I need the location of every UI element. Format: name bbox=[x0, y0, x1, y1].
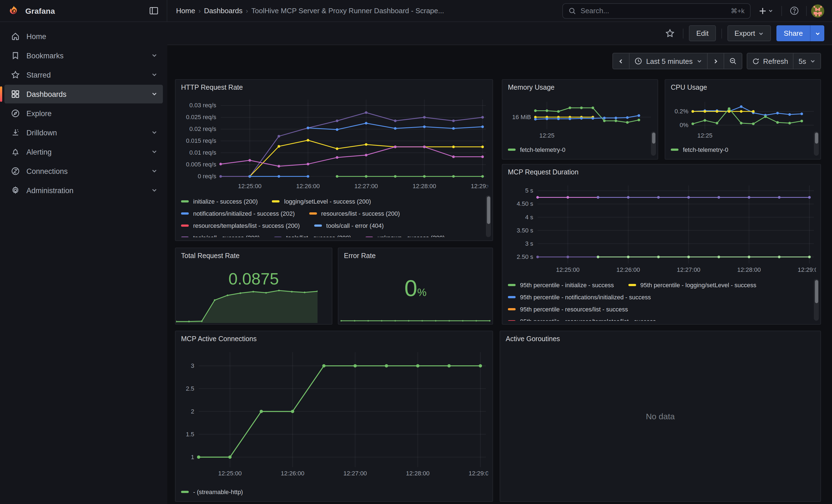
legend-item[interactable]: unknown - success (200) bbox=[365, 234, 445, 237]
legend-label: 95th percentile - resources/templates/li… bbox=[520, 318, 656, 321]
legend-label: resources/list - success (200) bbox=[321, 210, 400, 217]
sidebar-item-dashboards[interactable]: Dashboards bbox=[4, 85, 163, 103]
add-new-button[interactable] bbox=[755, 3, 777, 19]
sidebar-item-label: Administration bbox=[26, 186, 145, 194]
chevron-down-icon[interactable] bbox=[151, 70, 157, 80]
svg-text:12:28:00: 12:28:00 bbox=[737, 266, 761, 273]
time-shift-back-button[interactable] bbox=[613, 53, 629, 69]
chevron-down-icon[interactable] bbox=[151, 89, 157, 99]
svg-text:0.03 req/s: 0.03 req/s bbox=[189, 102, 216, 109]
legend-label: unknown - success (200) bbox=[378, 234, 445, 237]
legend-scrollbar-track bbox=[814, 132, 819, 156]
legend-item[interactable]: tools/call - success (200) bbox=[181, 234, 260, 237]
breadcrumb-home[interactable]: Home bbox=[176, 7, 195, 15]
time-range-picker[interactable]: Last 5 minutes bbox=[629, 53, 707, 69]
divider bbox=[781, 6, 782, 16]
legend-swatch bbox=[181, 200, 189, 203]
chevron-down-icon[interactable] bbox=[151, 128, 157, 137]
legend-item[interactable]: 95th percentile - resources/templates/li… bbox=[508, 318, 656, 321]
edit-button[interactable]: Edit bbox=[689, 25, 716, 41]
svg-text:2.5: 2.5 bbox=[186, 385, 194, 392]
refresh-button[interactable]: Refresh bbox=[747, 53, 794, 69]
svg-text:4.50 s: 4.50 s bbox=[517, 200, 533, 207]
legend-scrollbar-thumb[interactable] bbox=[652, 133, 655, 143]
legend-item[interactable]: resources/templates/list - success (200) bbox=[181, 222, 300, 229]
no-data-message: No data bbox=[500, 331, 821, 501]
main-area: Edit Export Share bbox=[167, 22, 832, 504]
panel-title[interactable]: Memory Usage bbox=[502, 80, 560, 91]
sidebar-item-label: Dashboards bbox=[26, 90, 145, 98]
sidebar-item-connections[interactable]: Connections bbox=[4, 162, 163, 181]
legend-item[interactable]: - (streamable-http) bbox=[181, 488, 243, 495]
legend-item[interactable]: 95th percentile - notifications/initiali… bbox=[508, 294, 651, 300]
legend-swatch bbox=[181, 212, 189, 215]
legend-swatch bbox=[181, 224, 189, 227]
panel-title[interactable]: MCP Active Connections bbox=[176, 331, 262, 343]
brand[interactable]: Grafana bbox=[8, 5, 146, 17]
sidebar-item-starred[interactable]: Starred bbox=[4, 65, 163, 84]
legend-scrollbar-track bbox=[486, 195, 491, 237]
stat-value: 0 bbox=[405, 277, 417, 300]
user-avatar[interactable] bbox=[811, 4, 824, 17]
time-shift-forward-button[interactable] bbox=[707, 53, 724, 69]
legend-swatch bbox=[365, 237, 373, 237]
search-box[interactable]: ⌘+k bbox=[562, 3, 751, 19]
legend-item[interactable]: 95th percentile - logging/setLevel - suc… bbox=[628, 282, 756, 288]
svg-text:12:27:00: 12:27:00 bbox=[354, 183, 378, 190]
chevron-down-icon[interactable] bbox=[151, 166, 157, 176]
sidebar-item-drilldown[interactable]: Drilldown bbox=[4, 123, 163, 142]
zoom-out-time-button[interactable] bbox=[724, 53, 742, 69]
export-button[interactable]: Export bbox=[727, 25, 771, 41]
legend-item[interactable]: logging/setLevel - success (200) bbox=[272, 198, 371, 205]
legend-item[interactable]: 95th percentile - resources/list - succe… bbox=[508, 306, 628, 313]
dashboards-grid-icon bbox=[11, 90, 20, 99]
legend-item[interactable]: fetch-telemetry-0 bbox=[671, 147, 728, 153]
chevron-down-icon[interactable] bbox=[151, 51, 157, 60]
sidebar-item-bookmarks[interactable]: Bookmarks bbox=[4, 46, 163, 65]
sidebar-item-explore[interactable]: Explore bbox=[4, 104, 163, 123]
share-menu-caret[interactable] bbox=[810, 25, 824, 41]
legend-label: fetch-telemetry-0 bbox=[683, 147, 728, 153]
panel-title[interactable]: HTTP Request Rate bbox=[176, 80, 249, 91]
legend-row: 95th percentile - initialize - success95… bbox=[508, 279, 812, 291]
legend-item[interactable]: notifications/initialized - success (202… bbox=[181, 210, 295, 217]
help-icon[interactable] bbox=[786, 3, 802, 19]
legend-item[interactable]: resources/list - success (200) bbox=[309, 210, 400, 217]
legend-label: 95th percentile - logging/setLevel - suc… bbox=[640, 282, 756, 288]
mcp-request-duration-chart: 5 s4.50 s4 s3.50 s3 s2.50 s12:25:0012:26… bbox=[507, 179, 816, 277]
legend-scrollbar-thumb[interactable] bbox=[815, 133, 818, 143]
panel-title[interactable]: CPU Usage bbox=[665, 80, 712, 91]
share-button[interactable]: Share bbox=[777, 25, 810, 41]
search-input[interactable] bbox=[580, 7, 726, 15]
legend-scrollbar-thumb[interactable] bbox=[487, 196, 490, 224]
legend-swatch bbox=[309, 212, 317, 215]
sidebar-item-administration[interactable]: Administration bbox=[4, 181, 163, 200]
legend-item[interactable]: fetch-telemetry-0 bbox=[508, 147, 565, 153]
svg-text:12:29:00: 12:29:00 bbox=[798, 266, 816, 273]
refresh-icon bbox=[752, 57, 759, 65]
sidebar-item-alerting[interactable]: Alerting bbox=[4, 142, 163, 161]
star-dashboard-button[interactable] bbox=[662, 26, 678, 41]
breadcrumb-dashboards[interactable]: Dashboards bbox=[204, 7, 242, 15]
cpu-usage-chart: 0.2%0%12:25 bbox=[670, 94, 816, 141]
svg-text:12:28:00: 12:28:00 bbox=[406, 470, 430, 477]
svg-text:0.025 req/s: 0.025 req/s bbox=[186, 114, 216, 121]
chevron-down-icon[interactable] bbox=[151, 185, 157, 195]
dock-menu-toggle-icon[interactable] bbox=[146, 3, 161, 19]
legend-item[interactable]: tools/call - error (404) bbox=[314, 222, 384, 229]
svg-text:16 MiB: 16 MiB bbox=[512, 114, 531, 121]
legend-scrollbar-thumb[interactable] bbox=[815, 280, 818, 303]
legend-swatch bbox=[314, 224, 322, 227]
legend-item[interactable]: 95th percentile - initialize - success bbox=[508, 282, 614, 288]
sidebar-item-home[interactable]: Home bbox=[4, 27, 163, 46]
legend-swatch bbox=[181, 237, 189, 237]
chevron-down-icon[interactable] bbox=[151, 147, 157, 157]
legend-item[interactable]: tools/list - success (200) bbox=[274, 234, 351, 237]
panel-title[interactable]: MCP Request Duration bbox=[502, 164, 584, 176]
legend-item[interactable]: initialize - success (200) bbox=[181, 198, 258, 205]
zoom-out-icon bbox=[729, 57, 736, 65]
sidebar: Home Bookmarks Starred Dashboards Explor bbox=[0, 22, 167, 504]
legend-label: initialize - success (200) bbox=[193, 198, 258, 205]
clock-icon bbox=[634, 57, 642, 65]
refresh-interval-picker[interactable]: 5s bbox=[794, 53, 821, 69]
